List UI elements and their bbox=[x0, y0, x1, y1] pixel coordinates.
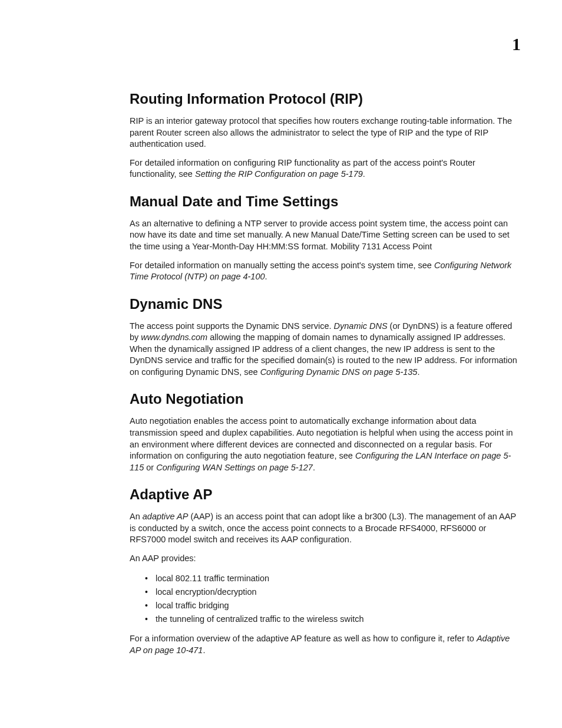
text: . bbox=[313, 463, 315, 472]
text: For a information overview of the adapti… bbox=[130, 634, 477, 643]
chapter-number: 1 bbox=[512, 34, 521, 54]
bullet-item: the tunneling of centralized traffic to … bbox=[145, 612, 521, 626]
text: An AAP provides: bbox=[130, 554, 196, 563]
bullet-item: local 802.11 traffic termination bbox=[145, 572, 521, 585]
text: or bbox=[144, 463, 156, 472]
section-heading-rip: Routing Information Protocol (RIP) bbox=[130, 91, 521, 107]
paragraph: For detailed information on manually set… bbox=[130, 260, 521, 283]
text: (AAP) is an access point that can adopt … bbox=[130, 512, 516, 544]
text: . bbox=[203, 645, 205, 655]
text: An bbox=[130, 512, 143, 521]
section-heading-datetime: Manual Date and Time Settings bbox=[130, 193, 521, 210]
text-italic: Configuring WAN Settings on page 5-127 bbox=[156, 463, 313, 472]
text: . bbox=[363, 169, 365, 179]
paragraph: For detailed information on configuring … bbox=[130, 157, 521, 180]
section-heading-ddns: Dynamic DNS bbox=[130, 296, 521, 312]
document-page: 1 Routing Information Protocol (RIP)RIP … bbox=[0, 0, 562, 728]
text-italic: www.dyndns.com bbox=[141, 332, 207, 342]
paragraph: Auto negotiation enables the access poin… bbox=[130, 416, 521, 473]
paragraph: An AAP provides: bbox=[130, 553, 521, 565]
text-italic: Setting the RIP Configuration on page 5-… bbox=[195, 169, 363, 179]
paragraph: RIP is an interior gateway protocol that… bbox=[130, 116, 521, 150]
text-italic: adaptive AP bbox=[143, 512, 189, 521]
text: As an alternative to defining a NTP serv… bbox=[130, 219, 510, 251]
text-italic: Configuring Dynamic DNS on page 5-135 bbox=[260, 367, 418, 377]
text: . bbox=[265, 272, 267, 281]
paragraph: For a information overview of the adapti… bbox=[130, 633, 521, 656]
paragraph: The access point supports the Dynamic DN… bbox=[130, 321, 521, 378]
text-italic: Dynamic DNS bbox=[334, 321, 388, 331]
paragraph: An adaptive AP (AAP) is an access point … bbox=[130, 511, 521, 546]
page-content: Routing Information Protocol (RIP)RIP is… bbox=[130, 35, 521, 656]
section-heading-autoneg: Auto Negotiation bbox=[130, 391, 521, 407]
bullet-item: local encryption/decryption bbox=[145, 585, 521, 599]
section-heading-aap: Adaptive AP bbox=[130, 486, 521, 503]
bullet-list: local 802.11 traffic terminationlocal en… bbox=[130, 572, 521, 627]
text: For detailed information on manually set… bbox=[130, 261, 434, 270]
bullet-item: local traffic bridging bbox=[145, 599, 521, 612]
text: RIP is an interior gateway protocol that… bbox=[130, 116, 512, 149]
paragraph: As an alternative to defining a NTP serv… bbox=[130, 218, 521, 253]
text: . bbox=[417, 367, 419, 377]
text: The access point supports the Dynamic DN… bbox=[130, 321, 334, 331]
